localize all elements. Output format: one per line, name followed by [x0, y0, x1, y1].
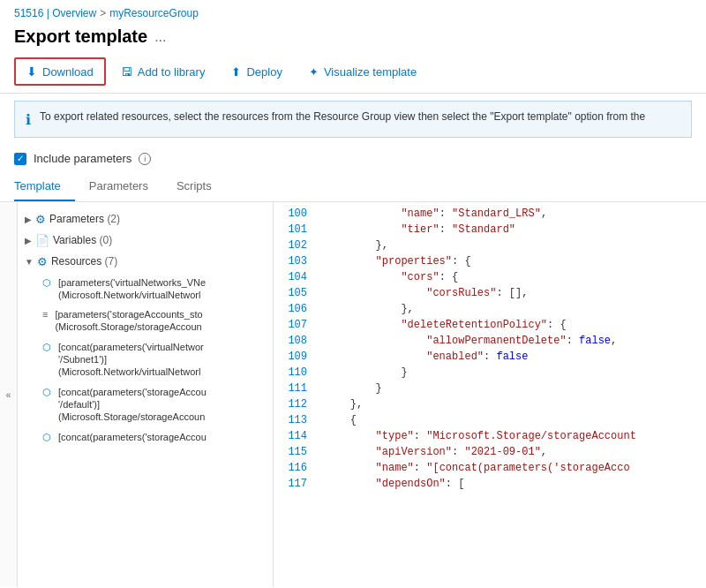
- code-line-109: "enabled": false: [318, 349, 706, 365]
- code-line-102: },: [318, 237, 706, 253]
- code-line-108: "allowPermanentDelete": false,: [318, 333, 706, 349]
- toolbar: ⬇ Download 🖫 Add to library ⬆ Deploy ✦ V…: [0, 54, 706, 94]
- vnet-icon: ⬡: [42, 276, 51, 290]
- vnet-item-label: [parameters('virtualNetworks_VNe(Microso…: [58, 276, 206, 302]
- line-105: 105: [274, 285, 318, 301]
- page-title: Export template: [14, 26, 147, 47]
- code-line-114: "type": "Microsoft.Storage/storageAccoun…: [318, 428, 706, 444]
- collapse-panel[interactable]: «: [0, 202, 18, 587]
- line-106: 106: [274, 301, 318, 317]
- visualize-button[interactable]: ✦ Visualize template: [297, 59, 428, 85]
- code-line-113: {: [318, 412, 706, 428]
- resource-item-3[interactable]: ⬡ [concat(parameters('storageAccou'/defa…: [18, 383, 273, 426]
- deploy-button[interactable]: ⬆ Deploy: [220, 59, 293, 85]
- banner-text: To export related resources, select the …: [40, 110, 645, 123]
- line-110: 110: [274, 365, 318, 381]
- code-line-112: },: [318, 396, 706, 412]
- visualize-icon: ✦: [309, 65, 319, 79]
- line-116: 116: [274, 460, 318, 476]
- code-line-103: "properties": {: [318, 253, 706, 269]
- tree-item-resources[interactable]: ▼ ⚙ Resources (7): [18, 252, 273, 273]
- code-line-105: "corsRules": [],: [318, 285, 706, 301]
- left-panel: ▶ ⚙ Parameters (2) ▶ 📄 Variables (0) ▼ ⚙…: [18, 202, 274, 587]
- line-numbers: 100 101 102 103 104 105 106 107 108 109 …: [274, 202, 318, 495]
- breadcrumb-sep: >: [100, 7, 106, 19]
- code-line-110: }: [318, 365, 706, 381]
- code-line-111: }: [318, 381, 706, 396]
- chevron-right-icon: ▶: [25, 214, 32, 226]
- add-library-label: Add to library: [138, 65, 206, 79]
- line-113: 113: [274, 412, 318, 428]
- include-params-checkbox[interactable]: [14, 153, 26, 165]
- storage-icon-4: ⬡: [42, 431, 51, 444]
- main-content: « ▶ ⚙ Parameters (2) ▶ 📄 Variables (0) ▼…: [0, 202, 706, 587]
- breadcrumb-part1[interactable]: 51516 | Overview: [14, 7, 96, 19]
- chevron-right-icon-vars: ▶: [25, 235, 32, 247]
- code-line-101: "tier": "Standard": [318, 222, 706, 237]
- storage-item-label-4: [concat(parameters('storageAccou: [58, 431, 207, 443]
- line-117: 117: [274, 476, 318, 492]
- breadcrumb: 51516 | Overview > myResourceGroup: [0, 0, 706, 23]
- line-100: 100: [274, 206, 318, 222]
- tabs-bar: Template Parameters Scripts: [0, 172, 706, 202]
- deploy-label: Deploy: [246, 65, 282, 79]
- resources-label: Resources (7): [51, 254, 117, 269]
- tab-parameters[interactable]: Parameters: [89, 172, 162, 201]
- resource-item-2[interactable]: ⬡ [concat(parameters('virtualNetwor'/Sub…: [18, 338, 273, 381]
- breadcrumb-part2[interactable]: myResourceGroup: [109, 7, 199, 19]
- resource-item-4[interactable]: ⬡ [concat(parameters('storageAccou: [18, 428, 273, 447]
- line-114: 114: [274, 428, 318, 444]
- storage-icon-1: ≡: [42, 308, 48, 321]
- download-icon: ⬇: [26, 64, 37, 79]
- code-area: 100 101 102 103 104 105 106 107 108 109 …: [274, 202, 706, 495]
- code-lines: "name": "Standard_LRS", "tier": "Standar…: [318, 202, 706, 495]
- storage-icon-3: ⬡: [42, 386, 51, 399]
- resource-item-0[interactable]: ⬡ [parameters('virtualNetworks_VNe(Micro…: [18, 274, 273, 305]
- line-111: 111: [274, 381, 318, 396]
- line-115: 115: [274, 444, 318, 460]
- download-button[interactable]: ⬇ Download: [14, 57, 106, 86]
- resource-item-1[interactable]: ≡ [parameters('storageAccounts_sto(Micro…: [18, 305, 273, 336]
- include-params-info[interactable]: i: [139, 153, 151, 165]
- code-line-106: },: [318, 301, 706, 317]
- collapse-icon: «: [6, 390, 11, 400]
- line-104: 104: [274, 269, 318, 285]
- code-line-107: "deleteRetentionPolicy": {: [318, 317, 706, 333]
- code-line-100: "name": "Standard_LRS",: [318, 206, 706, 222]
- add-library-button[interactable]: 🖫 Add to library: [109, 59, 217, 85]
- code-line-117: "dependsOn": [: [318, 476, 706, 492]
- download-label: Download: [42, 65, 94, 79]
- line-103: 103: [274, 253, 318, 269]
- tree-item-parameters[interactable]: ▶ ⚙ Parameters (2): [18, 209, 273, 230]
- ellipsis-menu[interactable]: ...: [154, 29, 166, 45]
- tab-scripts[interactable]: Scripts: [176, 172, 226, 201]
- code-line-116: "name": "[concat(parameters('storageAcco: [318, 460, 706, 476]
- library-icon: 🖫: [121, 65, 132, 79]
- line-112: 112: [274, 396, 318, 412]
- vnet-item-label-2: [concat(parameters('virtualNetwor'/Subne…: [58, 341, 204, 379]
- deploy-icon: ⬆: [231, 65, 241, 79]
- include-params-row: Include parameters i: [0, 145, 706, 172]
- tree-item-variables[interactable]: ▶ 📄 Variables (0): [18, 230, 273, 252]
- visualize-label: Visualize template: [324, 65, 417, 79]
- line-108: 108: [274, 333, 318, 349]
- resources-icon: ⚙: [37, 254, 48, 270]
- vnet-icon-2: ⬡: [42, 341, 51, 354]
- code-line-104: "cors": {: [318, 269, 706, 285]
- params-label: Parameters (2): [49, 212, 120, 227]
- include-params-label: Include parameters: [34, 152, 131, 165]
- line-109: 109: [274, 349, 318, 365]
- chevron-down-icon-res: ▼: [25, 256, 34, 268]
- line-102: 102: [274, 237, 318, 253]
- vars-label: Variables (0): [53, 233, 112, 248]
- tab-template[interactable]: Template: [14, 172, 75, 201]
- storage-item-label-1: [parameters('storageAccounts_sto(Microso…: [55, 308, 202, 334]
- info-icon: ℹ: [26, 111, 31, 128]
- line-101: 101: [274, 222, 318, 237]
- storage-item-label-3: [concat(parameters('storageAccou'/defaul…: [58, 386, 207, 424]
- params-icon: ⚙: [35, 212, 46, 228]
- page-header: Export template ...: [0, 23, 706, 54]
- code-line-115: "apiVersion": "2021-09-01",: [318, 444, 706, 460]
- vars-icon: 📄: [35, 233, 49, 249]
- right-panel: 100 101 102 103 104 105 106 107 108 109 …: [274, 202, 706, 587]
